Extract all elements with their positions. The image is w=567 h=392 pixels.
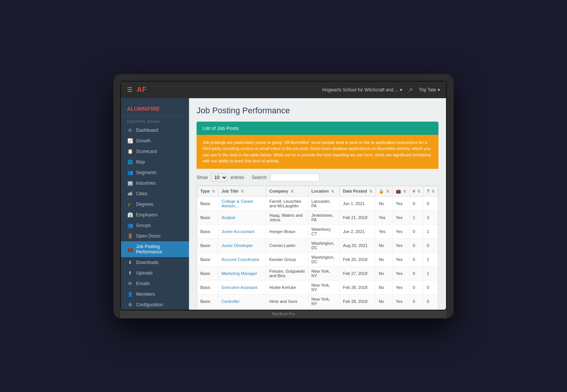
sidebar-item-growth[interactable]: 📈 Growth: [121, 136, 189, 146]
row-col5: No: [375, 252, 392, 266]
col-company[interactable]: Company ⇅: [266, 186, 308, 196]
entries-select[interactable]: 10 25 50: [211, 173, 228, 182]
data-table: Type ⇅ Job Title ⇅ Company ⇅ Location ⇅ …: [197, 186, 438, 310]
entries-label: entries: [231, 175, 244, 180]
user-menu[interactable]: Trip Tate ▾: [419, 87, 440, 93]
sidebar-item-degrees[interactable]: 🎓 Degrees: [121, 199, 189, 210]
row-col7: 0: [410, 266, 424, 280]
row-location: Waterbury, CT: [308, 224, 339, 238]
row-col8: 4: [424, 308, 438, 310]
row-date: Jun 1, 2021: [340, 196, 376, 210]
row-location: New York, NY: [308, 266, 339, 280]
dashboard-icon: ⊙: [127, 128, 133, 133]
row-col6: Yes: [392, 210, 409, 224]
row-company: Farrell, Leuschke and McLaughlin: [266, 196, 308, 210]
hamburger-icon[interactable]: ☰: [127, 86, 132, 93]
col-title[interactable]: Job Title ⇅: [218, 186, 266, 196]
row-col7: 0: [410, 224, 424, 238]
page-title: Job Posting Performance: [197, 106, 438, 116]
row-company: Hintz and Sons: [266, 294, 308, 308]
table-container: Type ⇅ Job Title ⇅ Company ⇅ Location ⇅ …: [197, 185, 438, 310]
school-selector[interactable]: Hogwarts School for Witchcraft and ... ▾: [322, 87, 402, 93]
sidebar-item-map[interactable]: 🌐 Map: [121, 157, 189, 167]
top-nav-right: Hogwarts School for Witchcraft and ... ▾…: [322, 87, 440, 93]
row-date: Feb 20, 2018: [340, 252, 376, 266]
app-container: ALUMNIFIRE CONTROL ROOM ⊙ Dashboard 📈 Gr…: [121, 98, 446, 310]
row-col6: Yes: [392, 294, 409, 308]
sidebar-item-employers[interactable]: 👔 Employers: [121, 210, 189, 220]
col-count[interactable]: # ⇅: [410, 186, 424, 196]
growth-icon: 📈: [127, 138, 133, 144]
row-title: Executive Assistant: [218, 280, 266, 294]
row-type: Basic: [197, 280, 218, 294]
row-type: Basic: [197, 196, 218, 210]
row-col8: 3: [424, 210, 438, 224]
row-col7: 0: [410, 280, 424, 294]
groups-icon: 👥: [127, 223, 133, 228]
section-header: List of Job Posts: [197, 122, 438, 135]
row-col8: 0: [424, 294, 438, 308]
col-apply[interactable]: 💼 ⇅: [392, 186, 409, 196]
laptop-screen: ☰ AF Hogwarts School for Witchcraft and …: [120, 81, 447, 310]
uploads-icon: ⬆: [127, 270, 133, 276]
row-col8: 1: [424, 224, 438, 238]
search-input[interactable]: [270, 173, 319, 182]
col-question[interactable]: ? ⇅: [424, 186, 438, 196]
sidebar-item-scorecard[interactable]: 📋 Scorecard: [121, 146, 189, 157]
sidebar-item-job-posting[interactable]: 💼 Job Posting Performance: [121, 241, 189, 257]
sidebar-item-segments[interactable]: 👥 Segments: [121, 167, 189, 178]
row-col8: 1: [424, 266, 438, 280]
sidebar: ALUMNIFIRE CONTROL ROOM ⊙ Dashboard 📈 Gr…: [121, 98, 189, 310]
row-company: Friesen, Gulgowski and Bins: [266, 266, 308, 280]
row-col7: 0: [410, 308, 424, 310]
row-date: Mar 1, 2018: [340, 308, 376, 310]
row-date: Jun 2, 2021: [340, 224, 376, 238]
sidebar-item-dashboard[interactable]: ⊙ Dashboard: [121, 125, 189, 136]
show-label: Show: [197, 175, 208, 180]
sidebar-item-open-doors[interactable]: 🚪 Open Doors: [121, 231, 189, 241]
external-link-icon[interactable]: ↗: [408, 87, 413, 93]
col-date[interactable]: Date Posted ⇅: [340, 186, 376, 196]
sidebar-item-cities[interactable]: 🏙 Cities: [121, 188, 189, 199]
row-company: Hickle-Kerluke: [266, 280, 308, 294]
table-header-row: Type ⇅ Job Title ⇅ Company ⇅ Location ⇅ …: [197, 186, 438, 196]
sidebar-item-groups[interactable]: 👥 Groups: [121, 220, 189, 231]
table-row: Basic Marketing Manager Friesen, Gulgows…: [197, 266, 438, 280]
row-date: Feb 28, 2018: [340, 280, 376, 294]
row-company: Kessler Group: [266, 252, 308, 266]
search-label: Search:: [252, 175, 267, 180]
cities-icon: 🏙: [127, 191, 133, 196]
row-location: Lancaster, PA: [308, 196, 339, 210]
sidebar-item-downloads[interactable]: ⬇ Downloads: [121, 257, 189, 268]
map-icon: 🌐: [127, 159, 133, 165]
row-location: Washington, DC: [308, 252, 339, 266]
sidebar-item-configuration[interactable]: ⚙ Configuration: [121, 299, 189, 310]
row-col6: Yes: [392, 308, 409, 310]
table-controls: Show 10 25 50 entries Search:: [197, 173, 438, 182]
row-title: Junior Accountant: [218, 224, 266, 238]
col-location[interactable]: Location ⇅: [308, 186, 339, 196]
row-col7: 0: [410, 294, 424, 308]
sidebar-item-industries[interactable]: 🏢 Industries: [121, 178, 189, 188]
scorecard-icon: 📋: [127, 149, 133, 154]
sidebar-item-members[interactable]: 👤 Members: [121, 289, 189, 299]
col-type[interactable]: Type ⇅: [197, 186, 218, 196]
laptop-label: MacBook Pro: [120, 310, 447, 318]
user-chevron-icon: ▾: [438, 87, 440, 93]
sidebar-item-emails[interactable]: ✉ Emails: [121, 278, 189, 289]
row-title: Junior Developer: [218, 238, 266, 252]
row-col6: Yes: [392, 252, 409, 266]
row-col8: 0: [424, 196, 438, 210]
brand-area: ALUMNIFIRE: [121, 101, 189, 117]
row-col5: Yes: [375, 308, 392, 310]
row-col6: Yes: [392, 238, 409, 252]
row-col5: No: [375, 294, 392, 308]
row-col5: Yes: [375, 210, 392, 224]
alert-box: Job postings are particularly prone to g…: [197, 135, 438, 169]
row-col6: Yes: [392, 196, 409, 210]
af-logo: AF: [137, 86, 147, 94]
sidebar-item-uploads[interactable]: ⬆ Uploads: [121, 268, 189, 278]
employers-icon: 👔: [127, 212, 133, 218]
col-lock[interactable]: 🔒 ⇅: [375, 186, 392, 196]
row-col7: 0: [410, 196, 424, 210]
